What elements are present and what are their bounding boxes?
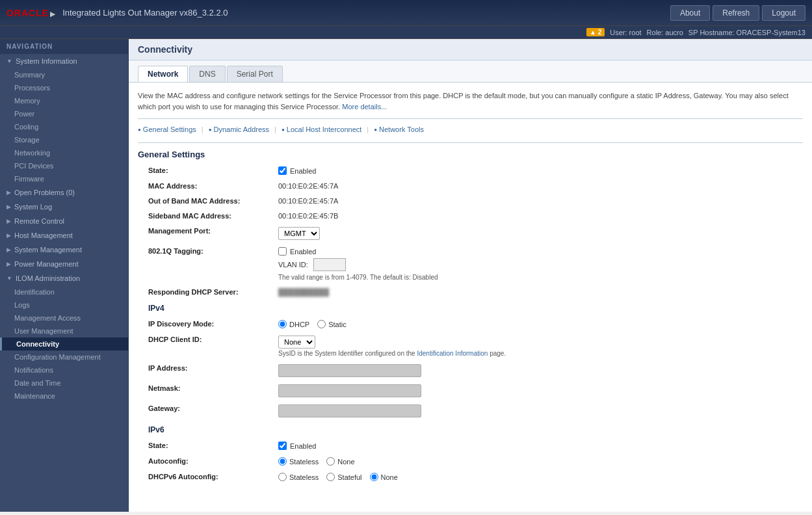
sidebar-item-date-and-time[interactable]: Date and Time <box>0 376 128 390</box>
status-user: User: root <box>610 29 641 36</box>
sidebar-group-remote-control[interactable]: ▶ Remote Control <box>0 214 128 228</box>
sysid-link[interactable]: Identification Information <box>417 350 488 357</box>
mgmt-port-label: Management Port: <box>148 225 278 235</box>
state-value: Enabled <box>278 165 316 175</box>
sidebar-group-system-information[interactable]: ▼ System Information <box>0 54 128 68</box>
sidebar-item-connectivity[interactable]: Connectivity <box>0 337 128 350</box>
static-radio[interactable] <box>317 320 326 328</box>
state-checkbox[interactable] <box>278 166 287 175</box>
sidebar-group-label: Power Management <box>14 260 78 268</box>
autoconfig-none-label: None <box>337 458 354 466</box>
oob-mac-value: 00:10:E0:2E:45:7A <box>278 195 338 205</box>
mac-value: 00:10:E0:2E:45:7A <box>278 180 338 190</box>
dhcpv6-stateful-radio[interactable] <box>326 473 335 481</box>
ipv6-state-checkbox[interactable] <box>278 442 287 450</box>
dhcp-radio[interactable] <box>278 320 287 328</box>
app-title: Integrated Lights Out Manager vx86_3.2.2… <box>62 8 668 18</box>
sidebar-group-system-log[interactable]: ▶ System Log <box>0 200 128 214</box>
static-label: Static <box>328 321 347 328</box>
sidebar-group-power-management[interactable]: ▶ Power Management <box>0 257 128 271</box>
link-dynamic-address[interactable]: Dynamic Address <box>209 125 269 133</box>
divider <box>138 118 803 119</box>
sidebar-item-management-access[interactable]: Management Access <box>0 311 128 324</box>
sidebar-item-logs[interactable]: Logs <box>0 298 128 311</box>
dhcpv6-none-option[interactable]: None <box>370 473 398 481</box>
link-local-host-interconnect[interactable]: Local Host Interconnect <box>282 125 361 133</box>
layout: NAVIGATION ▼ System Information Summary … <box>0 39 812 512</box>
tagging-value: Enabled VLAN ID: The valid range is from… <box>278 245 438 281</box>
sidebar: NAVIGATION ▼ System Information Summary … <box>0 39 129 512</box>
gateway-label: Gateway: <box>148 403 278 412</box>
ip-discovery-value: DHCP Static <box>278 318 347 328</box>
tab-dns[interactable]: DNS <box>189 66 225 82</box>
vlan-id-input[interactable] <box>313 258 346 271</box>
oracle-logo: ORACLE▶ <box>7 8 56 18</box>
sidebar-group-label: System Information <box>16 57 77 65</box>
sidebar-group-label: Host Management <box>14 231 73 239</box>
sidebar-item-user-management[interactable]: User Management <box>0 324 128 337</box>
sidebar-item-power[interactable]: Power <box>0 107 128 120</box>
tagging-checkbox[interactable] <box>278 247 287 256</box>
sidebar-item-networking[interactable]: Networking <box>0 146 128 159</box>
sidebar-group-ilom-administration[interactable]: ▼ ILOM Administration <box>0 271 128 285</box>
expand-icon: ▶ <box>7 246 11 253</box>
dhcp-radio-option[interactable]: DHCP <box>278 320 309 328</box>
tab-serial-port[interactable]: Serial Port <box>227 66 283 82</box>
sidebar-group-open-problems[interactable]: ▶ Open Problems (0) <box>0 185 128 200</box>
dhcp-client-label: DHCP Client ID: <box>148 334 278 343</box>
sidebar-item-memory[interactable]: Memory <box>0 94 128 107</box>
dhcpv6-label: DHCPv6 Autoconfig: <box>148 471 278 481</box>
sysid-note: SysID is the System Identifier configure… <box>278 350 506 357</box>
sidebar-item-configuration-management[interactable]: Configuration Management <box>0 350 128 363</box>
refresh-button[interactable]: Refresh <box>713 5 759 21</box>
autoconfig-none-option[interactable]: None <box>326 457 354 466</box>
sidebar-item-storage[interactable]: Storage <box>0 133 128 146</box>
static-radio-option[interactable]: Static <box>317 320 347 328</box>
divider2 <box>138 142 803 143</box>
sidebar-item-identification[interactable]: Identification <box>0 285 128 298</box>
sidebar-item-cooling[interactable]: Cooling <box>0 120 128 133</box>
expand-icon: ▶ <box>7 204 11 210</box>
autoconfig-stateless-option[interactable]: Stateless <box>278 457 319 466</box>
gateway-input[interactable] <box>278 404 421 417</box>
oob-mac-label: Out of Band MAC Address: <box>148 195 278 205</box>
mgmt-port-select[interactable]: MGMT <box>278 227 320 240</box>
ip-discovery-label: IP Discovery Mode: <box>148 318 278 328</box>
more-details-link[interactable]: More details... <box>342 103 387 111</box>
dhcpv6-row: DHCPv6 Autoconfig: Stateless Stateful No… <box>138 471 803 481</box>
vlan-id-label: VLAN ID: <box>278 261 308 269</box>
dhcp-client-select[interactable]: None <box>278 336 315 349</box>
ipv6-state-label: State: <box>148 440 278 449</box>
ip-address-input[interactable] <box>278 364 421 377</box>
netmask-input[interactable] <box>278 384 421 397</box>
link-network-tools[interactable]: Network Tools <box>374 125 424 133</box>
sidebar-item-maintenance[interactable]: Maintenance <box>0 390 128 403</box>
dhcpv6-stateless-radio[interactable] <box>278 473 287 481</box>
about-button[interactable]: About <box>670 5 710 21</box>
logout-button[interactable]: Logout <box>762 5 805 21</box>
autoconfig-none-radio[interactable] <box>326 457 335 466</box>
dhcp-server-value: ██████████ <box>278 286 329 296</box>
sidebar-item-summary[interactable]: Summary <box>0 68 128 81</box>
sidebar-group-label: System Log <box>14 203 52 211</box>
autoconfig-stateless-radio[interactable] <box>278 457 287 466</box>
dhcp-label: DHCP <box>289 321 309 328</box>
status-bar: ▲ 2 User: root Role: aucro SP Hostname: … <box>0 26 812 39</box>
ip-address-row: IP Address: <box>138 362 803 377</box>
sidebar-group-host-management[interactable]: ▶ Host Management <box>0 228 128 243</box>
tagging-text: Enabled <box>290 248 316 256</box>
section-links: General Settings | Dynamic Address | Loc… <box>138 125 803 133</box>
dhcpv6-none-radio[interactable] <box>370 473 378 481</box>
tab-network[interactable]: Network <box>138 66 188 82</box>
expand-icon: ▶ <box>7 218 11 224</box>
dhcp-client-row: DHCP Client ID: None SysID is the System… <box>138 334 803 357</box>
sidebar-group-system-management[interactable]: ▶ System Management <box>0 243 128 257</box>
link-general-settings[interactable]: General Settings <box>138 125 196 133</box>
sidebar-item-firmware[interactable]: Firmware <box>0 172 128 185</box>
dhcpv6-stateless-option[interactable]: Stateless <box>278 473 319 481</box>
dhcpv6-stateful-option[interactable]: Stateful <box>326 473 361 481</box>
sidebar-item-notifications[interactable]: Notifications <box>0 363 128 376</box>
sidebar-item-processors[interactable]: Processors <box>0 81 128 94</box>
oob-mac-row: Out of Band MAC Address: 00:10:E0:2E:45:… <box>138 195 803 205</box>
sidebar-item-pci-devices[interactable]: PCI Devices <box>0 159 128 172</box>
